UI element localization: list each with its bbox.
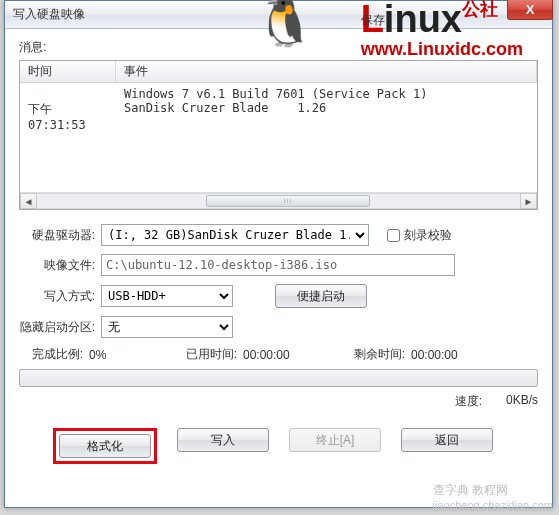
log-body: Windows 7 v6.1 Build 7601 (Service Pack … [20,83,537,192]
drive-label: 硬盘驱动器: [19,227,101,244]
speed-label: 速度: [455,393,482,410]
remain-value: 00:00:00 [411,348,481,362]
titlebar: 写入硬盘映像 X [5,1,552,29]
progress-bar [19,369,538,387]
verify-checkbox[interactable]: 刻录校验 [383,226,452,245]
log-listview[interactable]: 时间 事件 Windows 7 v6.1 Build 7601 (Service… [19,60,538,210]
abort-button: 终止[A] [289,428,381,452]
log-header: 时间 事件 [20,61,537,83]
back-button[interactable]: 返回 [401,428,493,452]
done-label: 完成比例: [19,346,89,363]
client-area: 消息: 时间 事件 Windows 7 v6.1 Build 7601 (Ser… [5,29,552,476]
quick-boot-button[interactable]: 便捷启动 [275,284,367,308]
hidden-partition-select[interactable]: 无 [101,316,233,338]
table-row[interactable]: 下午 07:31:53 SanDisk Cruzer Blade 1.26 [20,101,537,132]
remain-label: 剩余时间: [341,346,411,363]
log-event: SanDisk Cruzer Blade 1.26 [116,101,537,132]
scroll-thumb[interactable] [206,195,370,207]
log-time [20,87,116,101]
button-row: 格式化 写入 终止[A] 返回 [19,428,538,464]
scroll-track[interactable] [37,193,520,209]
format-highlight: 格式化 [53,428,157,464]
window-title: 写入硬盘映像 [13,6,85,23]
scroll-left-icon[interactable]: ◄ [20,193,37,209]
log-time: 下午 07:31:53 [20,101,116,132]
image-label: 映像文件: [19,257,101,274]
horizontal-scrollbar[interactable]: ◄ ► [20,192,537,209]
speed-value: 0KB/s [488,393,538,410]
method-label: 写入方式: [19,288,101,305]
message-label: 消息: [19,39,538,56]
speed-row: 速度: 0KB/s [19,393,538,410]
drive-select[interactable]: (I:, 32 GB)SanDisk Cruzer Blade 1.26 [101,224,369,246]
col-time-header[interactable]: 时间 [20,61,116,82]
col-event-header[interactable]: 事件 [116,61,537,82]
dialog-window: 写入硬盘映像 X 消息: 时间 事件 Windows 7 v6.1 Build … [4,0,553,508]
hidden-label: 隐藏启动分区: [19,319,101,336]
log-event: Windows 7 v6.1 Build 7601 (Service Pack … [116,87,537,101]
write-button[interactable]: 写入 [177,428,269,452]
scroll-right-icon[interactable]: ► [520,193,537,209]
verify-label: 刻录校验 [404,227,452,244]
elapsed-label: 已用时间: [173,346,243,363]
done-value: 0% [89,348,145,362]
format-button[interactable]: 格式化 [59,434,151,458]
close-icon: X [526,2,535,17]
table-row[interactable]: Windows 7 v6.1 Build 7601 (Service Pack … [20,87,537,101]
verify-checkbox-input[interactable] [387,229,400,242]
write-method-select[interactable]: USB-HDD+ [101,285,233,307]
image-path-field[interactable] [101,254,455,276]
progress-stats: 完成比例: 0% 已用时间: 00:00:00 剩余时间: 00:00:00 [19,346,538,363]
form-area: 硬盘驱动器: (I:, 32 GB)SanDisk Cruzer Blade 1… [19,224,538,464]
elapsed-value: 00:00:00 [243,348,313,362]
close-button[interactable]: X [507,0,553,20]
